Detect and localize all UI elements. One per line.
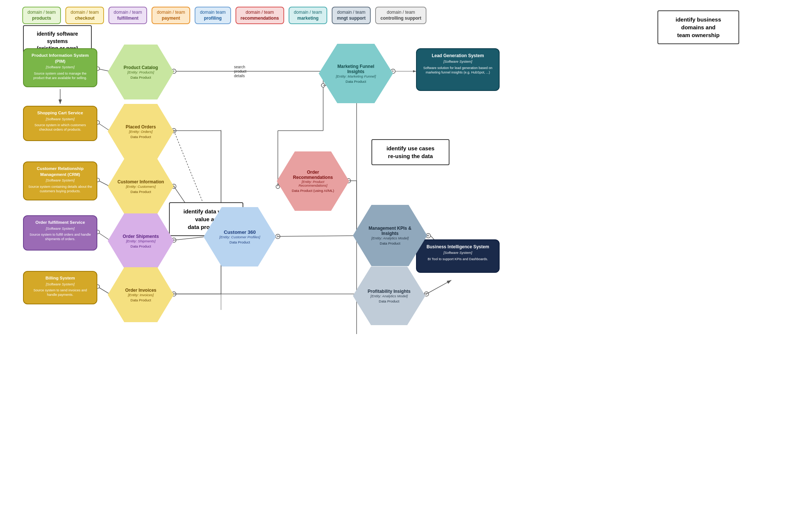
svg-point-31: [276, 185, 280, 189]
legend-controlling: domain / teamcontrolling support: [375, 7, 426, 24]
svg-line-12: [97, 180, 110, 186]
identify-business-domains: identify businessdomains andteam ownersh…: [657, 10, 739, 44]
diagram-container: + search product details + + + +: [0, 0, 812, 507]
svg-line-20: [97, 287, 110, 294]
lead-gen-box: Lead Generation System [Software System]…: [416, 48, 500, 91]
shopping-cart-box: Shopping Cart Service [Software System] …: [23, 106, 97, 141]
svg-text:+: +: [276, 234, 279, 239]
svg-point-40: [321, 84, 325, 87]
customer-information-hex: Customer Information [Entity: Customers]…: [108, 159, 174, 214]
order-recommendations-hex: Order Recommendations [Entity: Product R…: [277, 151, 349, 211]
legend-products: domain / teamproducts: [22, 7, 61, 24]
svg-line-0: [97, 69, 110, 71]
svg-text:+: +: [425, 291, 428, 297]
svg-line-16: [97, 232, 110, 240]
marketing-funnel-hex: Marketing Funnel Insights [Entity: Marke…: [319, 44, 393, 103]
order-shipments-hex: Order Shipments [Entity: Shipments] Data…: [108, 213, 174, 268]
svg-text:search: search: [234, 65, 245, 69]
legend-fulfillment: domain / teamfulfillment: [108, 7, 147, 24]
legend-mngt: domain / teammngt support: [332, 7, 371, 24]
svg-text:+: +: [427, 233, 429, 238]
pim-box: Product Information System (PIM) [Softwa…: [23, 48, 97, 87]
bi-box: Business Intelligence System [Software S…: [416, 239, 500, 273]
legend-recommendations: domain / teamrecommendations: [236, 7, 284, 24]
fulfillment-box: Order fulfillment Service [Software Syst…: [23, 215, 97, 251]
svg-text:details: details: [234, 74, 245, 78]
legend-profiling: domain teamprofiling: [195, 7, 231, 24]
profitability-hex: Profitability Insights [Entity: Analytic…: [353, 266, 425, 325]
svg-line-8: [97, 122, 110, 131]
svg-point-27: [276, 234, 280, 239]
svg-line-29: [278, 236, 357, 236]
crm-box: Customer Relationship Management (CRM) […: [23, 161, 97, 200]
legend: domain / teamproducts domain / teamcheck…: [22, 7, 426, 24]
order-invoices-hex: Order Invoices [Entity: Invoices] Data P…: [108, 267, 174, 322]
svg-line-51: [426, 280, 451, 294]
placed-orders-hex: Placed Orders [Entity: Orders] Data Prod…: [108, 104, 174, 159]
billing-box: Billing System [Software System] Source …: [23, 271, 97, 304]
legend-checkout: domain / teamcheckout: [65, 7, 104, 24]
identify-use-cases: identify use casesre-using the data: [371, 139, 449, 165]
legend-marketing: domain / teammarketing: [289, 7, 327, 24]
svg-text:product: product: [234, 69, 247, 73]
product-catalog-hex: Product Catalog [Entity: Products] Data …: [108, 45, 174, 99]
legend-payment: domain / teampayment: [152, 7, 190, 24]
svg-line-25: [174, 236, 208, 240]
